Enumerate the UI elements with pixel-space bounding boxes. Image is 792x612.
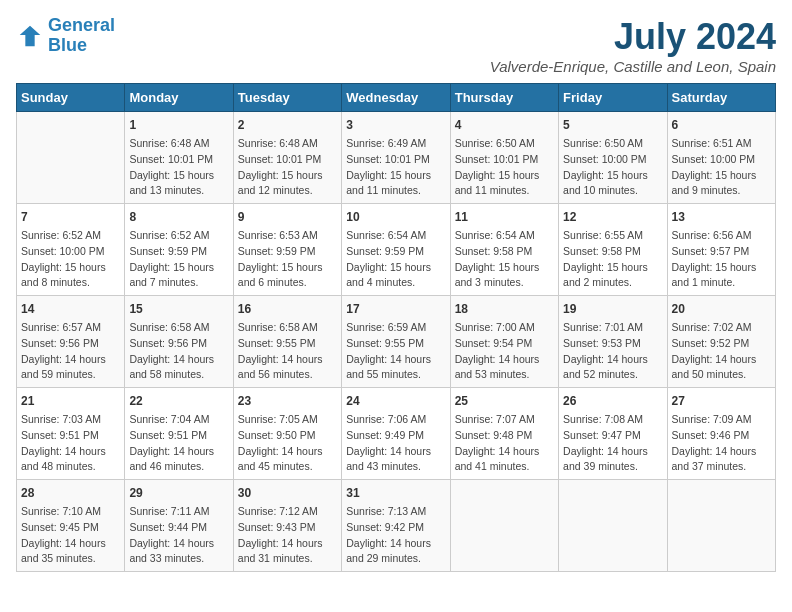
- day-number: 15: [129, 300, 228, 318]
- day-info: Sunrise: 7:12 AM Sunset: 9:43 PM Dayligh…: [238, 504, 337, 567]
- day-number: 10: [346, 208, 445, 226]
- day-cell: 10Sunrise: 6:54 AM Sunset: 9:59 PM Dayli…: [342, 204, 450, 296]
- day-info: Sunrise: 6:52 AM Sunset: 10:00 PM Daylig…: [21, 228, 120, 291]
- day-cell: 8Sunrise: 6:52 AM Sunset: 9:59 PM Daylig…: [125, 204, 233, 296]
- day-cell: 31Sunrise: 7:13 AM Sunset: 9:42 PM Dayli…: [342, 480, 450, 572]
- day-number: 22: [129, 392, 228, 410]
- day-cell: 17Sunrise: 6:59 AM Sunset: 9:55 PM Dayli…: [342, 296, 450, 388]
- col-header-sunday: Sunday: [17, 84, 125, 112]
- day-info: Sunrise: 6:57 AM Sunset: 9:56 PM Dayligh…: [21, 320, 120, 383]
- day-cell: 25Sunrise: 7:07 AM Sunset: 9:48 PM Dayli…: [450, 388, 558, 480]
- day-cell: 19Sunrise: 7:01 AM Sunset: 9:53 PM Dayli…: [559, 296, 667, 388]
- day-cell: 21Sunrise: 7:03 AM Sunset: 9:51 PM Dayli…: [17, 388, 125, 480]
- day-info: Sunrise: 6:48 AM Sunset: 10:01 PM Daylig…: [129, 136, 228, 199]
- day-info: Sunrise: 6:53 AM Sunset: 9:59 PM Dayligh…: [238, 228, 337, 291]
- day-cell: 11Sunrise: 6:54 AM Sunset: 9:58 PM Dayli…: [450, 204, 558, 296]
- day-number: 9: [238, 208, 337, 226]
- day-number: 7: [21, 208, 120, 226]
- day-cell: 28Sunrise: 7:10 AM Sunset: 9:45 PM Dayli…: [17, 480, 125, 572]
- day-cell: 23Sunrise: 7:05 AM Sunset: 9:50 PM Dayli…: [233, 388, 341, 480]
- day-info: Sunrise: 6:55 AM Sunset: 9:58 PM Dayligh…: [563, 228, 662, 291]
- day-number: 23: [238, 392, 337, 410]
- day-info: Sunrise: 6:58 AM Sunset: 9:55 PM Dayligh…: [238, 320, 337, 383]
- day-cell: 30Sunrise: 7:12 AM Sunset: 9:43 PM Dayli…: [233, 480, 341, 572]
- day-cell: 16Sunrise: 6:58 AM Sunset: 9:55 PM Dayli…: [233, 296, 341, 388]
- calendar-table: SundayMondayTuesdayWednesdayThursdayFrid…: [16, 83, 776, 572]
- day-cell: 29Sunrise: 7:11 AM Sunset: 9:44 PM Dayli…: [125, 480, 233, 572]
- day-number: 25: [455, 392, 554, 410]
- day-info: Sunrise: 7:01 AM Sunset: 9:53 PM Dayligh…: [563, 320, 662, 383]
- day-info: Sunrise: 7:10 AM Sunset: 9:45 PM Dayligh…: [21, 504, 120, 567]
- day-number: 5: [563, 116, 662, 134]
- day-info: Sunrise: 7:07 AM Sunset: 9:48 PM Dayligh…: [455, 412, 554, 475]
- day-number: 27: [672, 392, 771, 410]
- day-number: 17: [346, 300, 445, 318]
- day-number: 6: [672, 116, 771, 134]
- day-info: Sunrise: 6:49 AM Sunset: 10:01 PM Daylig…: [346, 136, 445, 199]
- week-row-1: 1Sunrise: 6:48 AM Sunset: 10:01 PM Dayli…: [17, 112, 776, 204]
- day-cell: 27Sunrise: 7:09 AM Sunset: 9:46 PM Dayli…: [667, 388, 775, 480]
- day-info: Sunrise: 7:11 AM Sunset: 9:44 PM Dayligh…: [129, 504, 228, 567]
- page-header: General Blue July 2024 Valverde-Enrique,…: [16, 16, 776, 75]
- day-number: 16: [238, 300, 337, 318]
- day-number: 19: [563, 300, 662, 318]
- day-number: 11: [455, 208, 554, 226]
- day-number: 8: [129, 208, 228, 226]
- day-number: 20: [672, 300, 771, 318]
- day-number: 21: [21, 392, 120, 410]
- day-info: Sunrise: 6:50 AM Sunset: 10:01 PM Daylig…: [455, 136, 554, 199]
- title-area: July 2024 Valverde-Enrique, Castille and…: [490, 16, 776, 75]
- day-cell: 24Sunrise: 7:06 AM Sunset: 9:49 PM Dayli…: [342, 388, 450, 480]
- col-header-monday: Monday: [125, 84, 233, 112]
- week-row-4: 21Sunrise: 7:03 AM Sunset: 9:51 PM Dayli…: [17, 388, 776, 480]
- logo: General Blue: [16, 16, 115, 56]
- day-number: 4: [455, 116, 554, 134]
- day-cell: [667, 480, 775, 572]
- svg-marker-0: [20, 26, 41, 47]
- day-cell: 6Sunrise: 6:51 AM Sunset: 10:00 PM Dayli…: [667, 112, 775, 204]
- day-cell: 1Sunrise: 6:48 AM Sunset: 10:01 PM Dayli…: [125, 112, 233, 204]
- week-row-3: 14Sunrise: 6:57 AM Sunset: 9:56 PM Dayli…: [17, 296, 776, 388]
- header-row: SundayMondayTuesdayWednesdayThursdayFrid…: [17, 84, 776, 112]
- day-number: 28: [21, 484, 120, 502]
- day-cell: 12Sunrise: 6:55 AM Sunset: 9:58 PM Dayli…: [559, 204, 667, 296]
- day-number: 30: [238, 484, 337, 502]
- col-header-saturday: Saturday: [667, 84, 775, 112]
- day-cell: 22Sunrise: 7:04 AM Sunset: 9:51 PM Dayli…: [125, 388, 233, 480]
- day-number: 24: [346, 392, 445, 410]
- calendar-title: July 2024: [490, 16, 776, 58]
- day-info: Sunrise: 7:13 AM Sunset: 9:42 PM Dayligh…: [346, 504, 445, 567]
- day-info: Sunrise: 6:52 AM Sunset: 9:59 PM Dayligh…: [129, 228, 228, 291]
- day-number: 12: [563, 208, 662, 226]
- day-info: Sunrise: 6:54 AM Sunset: 9:59 PM Dayligh…: [346, 228, 445, 291]
- day-cell: [450, 480, 558, 572]
- day-cell: [17, 112, 125, 204]
- day-info: Sunrise: 7:09 AM Sunset: 9:46 PM Dayligh…: [672, 412, 771, 475]
- logo-line1: General: [48, 15, 115, 35]
- day-number: 14: [21, 300, 120, 318]
- day-info: Sunrise: 6:54 AM Sunset: 9:58 PM Dayligh…: [455, 228, 554, 291]
- day-cell: 3Sunrise: 6:49 AM Sunset: 10:01 PM Dayli…: [342, 112, 450, 204]
- day-info: Sunrise: 6:48 AM Sunset: 10:01 PM Daylig…: [238, 136, 337, 199]
- day-number: 1: [129, 116, 228, 134]
- day-info: Sunrise: 6:51 AM Sunset: 10:00 PM Daylig…: [672, 136, 771, 199]
- day-cell: 20Sunrise: 7:02 AM Sunset: 9:52 PM Dayli…: [667, 296, 775, 388]
- day-info: Sunrise: 7:05 AM Sunset: 9:50 PM Dayligh…: [238, 412, 337, 475]
- day-cell: 5Sunrise: 6:50 AM Sunset: 10:00 PM Dayli…: [559, 112, 667, 204]
- day-cell: 26Sunrise: 7:08 AM Sunset: 9:47 PM Dayli…: [559, 388, 667, 480]
- day-number: 18: [455, 300, 554, 318]
- day-number: 26: [563, 392, 662, 410]
- day-cell: 9Sunrise: 6:53 AM Sunset: 9:59 PM Daylig…: [233, 204, 341, 296]
- day-info: Sunrise: 7:06 AM Sunset: 9:49 PM Dayligh…: [346, 412, 445, 475]
- day-number: 13: [672, 208, 771, 226]
- day-info: Sunrise: 7:03 AM Sunset: 9:51 PM Dayligh…: [21, 412, 120, 475]
- calendar-subtitle: Valverde-Enrique, Castille and Leon, Spa…: [490, 58, 776, 75]
- col-header-tuesday: Tuesday: [233, 84, 341, 112]
- week-row-5: 28Sunrise: 7:10 AM Sunset: 9:45 PM Dayli…: [17, 480, 776, 572]
- col-header-wednesday: Wednesday: [342, 84, 450, 112]
- day-cell: 2Sunrise: 6:48 AM Sunset: 10:01 PM Dayli…: [233, 112, 341, 204]
- logo-icon: [16, 22, 44, 50]
- day-cell: 4Sunrise: 6:50 AM Sunset: 10:01 PM Dayli…: [450, 112, 558, 204]
- day-info: Sunrise: 6:58 AM Sunset: 9:56 PM Dayligh…: [129, 320, 228, 383]
- day-info: Sunrise: 7:00 AM Sunset: 9:54 PM Dayligh…: [455, 320, 554, 383]
